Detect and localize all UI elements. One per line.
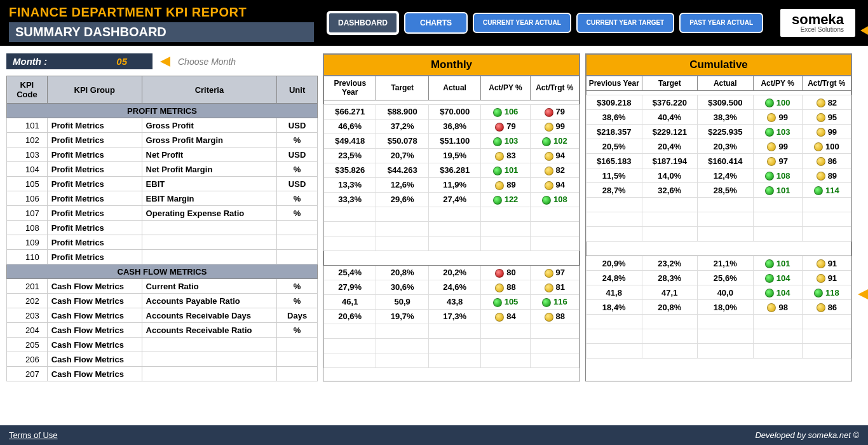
cumulative-table: Previous Year Target Actual Act/PY % Act… bbox=[586, 76, 851, 359]
pct-cell: 88 bbox=[481, 280, 530, 294]
status-dot-icon bbox=[817, 157, 825, 166]
status-dot-icon bbox=[767, 142, 776, 151]
arrow-left-icon bbox=[860, 25, 868, 36]
status-dot-icon bbox=[495, 313, 504, 322]
status-dot-icon bbox=[542, 137, 551, 146]
table-row: 20,5%20,4%20,3%99100 bbox=[587, 139, 851, 154]
nav-cy-actual-button[interactable]: CURRENT YEAR ACTUAL bbox=[473, 13, 571, 33]
pct-cell: 94 bbox=[530, 148, 579, 163]
kpi-row: 107Profit MetricsOperating Expense Ratio… bbox=[7, 206, 318, 221]
monthly-panel: Monthly Previous Year Target Actual Act/… bbox=[323, 53, 580, 381]
spacer bbox=[587, 242, 851, 256]
pct-cell: 91 bbox=[802, 256, 851, 271]
pct-cell: 95 bbox=[802, 110, 851, 125]
status-dot-icon bbox=[767, 303, 776, 312]
cumulative-title: Cumulative bbox=[586, 54, 851, 76]
status-dot-icon bbox=[817, 99, 825, 107]
kpi-row: 110Profit Metrics bbox=[7, 250, 318, 264]
monthly-title: Monthly bbox=[323, 54, 580, 76]
pct-cell: 104 bbox=[753, 271, 802, 285]
kpi-row: 102Profit MetricsGross Profit Margin% bbox=[7, 133, 318, 147]
table-row: $309.218$376.220$309.50010082 bbox=[587, 95, 851, 110]
month-value: 05 bbox=[116, 56, 127, 67]
pct-cell: 100 bbox=[753, 95, 802, 110]
status-dot-icon bbox=[814, 289, 823, 298]
kpi-row: 106Profit MetricsEBIT Margin% bbox=[7, 191, 318, 206]
pct-cell: 79 bbox=[530, 104, 579, 119]
nav-charts-button[interactable]: CHARTS bbox=[404, 12, 468, 34]
month-selector[interactable]: Month : 05 bbox=[6, 53, 153, 69]
cumulative-panel: Cumulative Previous Year Target Actual A… bbox=[585, 53, 852, 381]
kpi-row: 204Cash Flow MetricsAccounts Receivable … bbox=[7, 323, 318, 338]
table-row: $66.271$88.900$70.00010679 bbox=[324, 104, 580, 119]
col-actual: Actual bbox=[428, 76, 480, 100]
pct-cell: 86 bbox=[802, 300, 851, 315]
pct-cell: 103 bbox=[753, 125, 802, 139]
status-dot-icon bbox=[765, 172, 774, 181]
pct-cell: 94 bbox=[530, 177, 579, 192]
status-dot-icon bbox=[814, 142, 823, 151]
col-criteria: Criteria bbox=[142, 76, 277, 104]
status-dot-icon bbox=[495, 269, 504, 278]
pct-cell: 84 bbox=[481, 309, 530, 324]
nav-cy-target-button[interactable]: CURRENT YEAR TARGET bbox=[576, 13, 674, 33]
table-row bbox=[324, 338, 580, 353]
table-row bbox=[324, 221, 580, 236]
status-dot-icon bbox=[545, 284, 553, 292]
section-header: CASH FLOW METRICS bbox=[7, 264, 318, 279]
developed-by: Developed by someka.net © bbox=[755, 430, 859, 440]
table-row: 28,7%32,6%28,5%101114 bbox=[587, 183, 851, 198]
header-titles: FINANCE DEPARTMENT KPI REPORT SUMMARY DA… bbox=[6, 4, 314, 42]
col-act-trgt: Act/Trgt % bbox=[802, 76, 851, 91]
table-row: 38,6%40,4%38,3%9995 bbox=[587, 110, 851, 125]
header: FINANCE DEPARTMENT KPI REPORT SUMMARY DA… bbox=[0, 0, 868, 46]
status-dot-icon bbox=[493, 137, 502, 146]
month-hint: Choose Month bbox=[178, 57, 236, 67]
table-row: 18,4%20,8%18,0%9886 bbox=[587, 300, 851, 315]
status-dot-icon bbox=[765, 99, 774, 107]
col-act-py: Act/PY % bbox=[753, 76, 802, 91]
content: Month : 05 Choose Month KPI Code KPI Gro… bbox=[0, 46, 868, 381]
pct-cell: 122 bbox=[481, 192, 530, 207]
table-row bbox=[324, 207, 580, 221]
pct-cell: 91 bbox=[802, 271, 851, 285]
pct-cell: 88 bbox=[530, 309, 579, 324]
status-dot-icon bbox=[545, 181, 553, 190]
col-kpi-code: KPI Code bbox=[7, 76, 48, 104]
nav-py-actual-button[interactable]: PAST YEAR ACTUAL bbox=[679, 13, 763, 33]
table-row bbox=[587, 315, 851, 329]
col-actual: Actual bbox=[698, 76, 754, 91]
col-target: Target bbox=[376, 76, 428, 100]
nav-buttons: DASHBOARD CHARTS CURRENT YEAR ACTUAL CUR… bbox=[327, 11, 763, 35]
pct-cell: 79 bbox=[481, 119, 530, 134]
pct-cell: 99 bbox=[753, 139, 802, 154]
kpi-row: 207Cash Flow Metrics bbox=[7, 367, 318, 381]
kpi-row: 203Cash Flow MetricsAccounts Receivable … bbox=[7, 308, 318, 323]
pct-cell: 101 bbox=[753, 183, 802, 198]
pct-cell: 99 bbox=[530, 119, 579, 134]
pct-cell: 82 bbox=[530, 163, 579, 177]
pct-cell: 108 bbox=[753, 168, 802, 183]
nav-dashboard-button[interactable]: DASHBOARD bbox=[327, 11, 399, 35]
status-dot-icon bbox=[495, 152, 504, 161]
table-row: 27,9%30,6%24,6%8881 bbox=[324, 280, 580, 294]
pct-cell: 99 bbox=[802, 125, 851, 139]
kpi-table: KPI Code KPI Group Criteria Unit PROFIT … bbox=[6, 76, 318, 381]
col-unit: Unit bbox=[277, 76, 318, 104]
pct-cell: 114 bbox=[802, 183, 851, 198]
kpi-row: 205Cash Flow Metrics bbox=[7, 338, 318, 352]
kpi-row: 206Cash Flow Metrics bbox=[7, 352, 318, 367]
kpi-row: 202Cash Flow MetricsAccounts Payable Rat… bbox=[7, 294, 318, 308]
terms-link[interactable]: Terms of Use bbox=[9, 430, 58, 440]
kpi-row: 103Profit MetricsNet ProfitUSD bbox=[7, 147, 318, 162]
status-dot-icon bbox=[814, 186, 823, 195]
status-dot-icon bbox=[542, 196, 551, 205]
kpi-row: 201Cash Flow MetricsCurrent Ratio% bbox=[7, 279, 318, 294]
pct-cell: 101 bbox=[481, 163, 530, 177]
status-dot-icon bbox=[495, 123, 504, 132]
table-row bbox=[587, 329, 851, 344]
table-row: 20,6%19,7%17,3%8488 bbox=[324, 309, 580, 324]
table-row bbox=[324, 353, 580, 367]
status-dot-icon bbox=[767, 113, 776, 122]
table-row: 33,3%29,6%27,4%122108 bbox=[324, 192, 580, 207]
